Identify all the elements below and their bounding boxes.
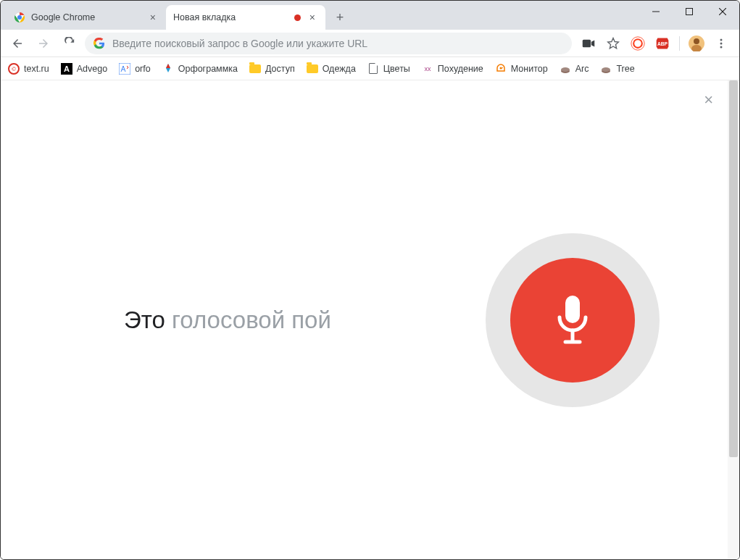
- mic-ring: [486, 233, 660, 407]
- svg-point-11: [694, 38, 699, 44]
- maximize-button[interactable]: [673, 1, 706, 22]
- voice-search-panel: Это голосовой пой: [1, 233, 739, 407]
- svg-text:A: A: [64, 64, 70, 73]
- arc-icon: [560, 63, 571, 75]
- bookmark-arc[interactable]: Arc: [560, 63, 589, 75]
- svg-point-13: [720, 38, 723, 41]
- new-tab-button[interactable]: +: [330, 7, 350, 28]
- browser-window: Google Chrome × Новая вкладка × +: [0, 0, 740, 560]
- bookmark-folder-access[interactable]: Доступ: [249, 63, 295, 75]
- bookmark-advego[interactable]: AAdvego: [61, 63, 107, 75]
- svg-point-26: [602, 67, 610, 72]
- bookmark-label: text.ru: [24, 64, 49, 74]
- folder-icon: [307, 63, 318, 75]
- recording-indicator-icon: [294, 14, 301, 21]
- reload-button[interactable]: [59, 33, 80, 54]
- bookmark-label: Цветы: [383, 64, 410, 74]
- monitor-icon: [495, 63, 507, 75]
- microphone-button[interactable]: [510, 258, 635, 383]
- minimize-button[interactable]: [639, 1, 673, 22]
- svg-text:©: ©: [12, 66, 16, 72]
- bookmark-label: orfo: [135, 64, 151, 74]
- svg-text:ABP: ABP: [657, 41, 668, 46]
- tab-strip: Google Chrome × Новая вкладка × +: [1, 1, 350, 30]
- avatar[interactable]: [689, 35, 704, 51]
- back-button[interactable]: [7, 33, 28, 54]
- yandex-icon[interactable]: [630, 35, 646, 51]
- tab-close-icon[interactable]: ×: [147, 12, 159, 23]
- voice-transcript: Это голосовой пой: [37, 306, 486, 334]
- star-icon[interactable]: [605, 35, 621, 51]
- bookmark-orfogrammka[interactable]: Орфограммка: [162, 63, 238, 75]
- scrollbar-thumb[interactable]: [729, 80, 738, 457]
- bookmark-label: Монитор: [511, 64, 548, 74]
- bookmark-label: Advego: [77, 64, 107, 74]
- svg-point-15: [720, 46, 723, 48]
- tab-close-icon[interactable]: ×: [307, 12, 318, 23]
- orfo-icon: [119, 63, 130, 75]
- page-content: × Это голосовой пой: [1, 80, 739, 559]
- voice-text-recognized: Это: [124, 306, 165, 333]
- svg-point-14: [720, 42, 723, 44]
- address-bar[interactable]: Введите поисковый запрос в Google или ук…: [85, 33, 572, 54]
- forward-button[interactable]: [33, 33, 54, 54]
- svg-rect-3: [686, 9, 693, 15]
- tree-icon: [600, 63, 612, 75]
- bookmark-flowers[interactable]: Цветы: [367, 63, 410, 75]
- textru-icon: ©: [8, 63, 20, 75]
- tab-google-chrome[interactable]: Google Chrome ×: [7, 5, 166, 30]
- bookmark-label: Arc: [575, 64, 589, 74]
- close-window-button[interactable]: [706, 1, 739, 22]
- toolbar: Введите поисковый запрос в Google или ук…: [1, 30, 739, 57]
- bookmark-textru[interactable]: ©text.ru: [8, 63, 49, 75]
- orfogrammka-icon: [162, 63, 174, 75]
- menu-icon[interactable]: [713, 35, 729, 51]
- window-controls: [639, 1, 739, 22]
- abp-icon[interactable]: ABP: [654, 35, 670, 51]
- weight-icon: хх: [422, 63, 433, 75]
- svg-text:хх: хх: [424, 65, 431, 72]
- bookmarks-bar: ©text.ru AAdvego orfo Орфограммка Доступ…: [1, 57, 739, 80]
- google-g-icon: [93, 38, 105, 49]
- bookmark-tree[interactable]: Tree: [600, 63, 634, 75]
- bookmark-orfo[interactable]: orfo: [119, 63, 151, 75]
- close-voice-button[interactable]: ×: [704, 91, 713, 109]
- bookmark-weight[interactable]: ххПохудение: [422, 63, 483, 75]
- tab-title: Google Chrome: [31, 12, 141, 22]
- bookmark-label: Похудение: [438, 64, 483, 74]
- bookmark-label: Одежда: [323, 64, 356, 74]
- svg-point-24: [561, 67, 570, 72]
- page-icon: [367, 63, 379, 75]
- svg-rect-27: [565, 296, 580, 323]
- bookmark-label: Орфограммка: [178, 64, 238, 74]
- svg-point-1: [17, 15, 22, 20]
- svg-rect-6: [583, 39, 591, 47]
- voice-text-hint: голосовой пой: [165, 306, 331, 333]
- camera-icon[interactable]: [581, 35, 596, 51]
- separator: [679, 36, 680, 51]
- tab-title: Новая вкладка: [173, 12, 288, 22]
- toolbar-actions: ABP: [576, 35, 733, 51]
- omnibox-placeholder: Введите поисковый запрос в Google или ук…: [112, 38, 367, 49]
- bookmark-label: Tree: [616, 64, 634, 74]
- tab-new-tab[interactable]: Новая вкладка ×: [166, 5, 325, 30]
- folder-icon: [249, 63, 261, 75]
- bookmark-label: Доступ: [265, 64, 295, 74]
- scrollbar[interactable]: [728, 80, 739, 559]
- bookmark-folder-clothes[interactable]: Одежда: [307, 63, 356, 75]
- bookmark-monitor[interactable]: Монитор: [495, 63, 548, 75]
- advego-icon: A: [61, 63, 72, 75]
- chrome-icon: [14, 12, 25, 23]
- microphone-icon: [552, 293, 593, 348]
- titlebar: Google Chrome × Новая вкладка × +: [1, 1, 739, 30]
